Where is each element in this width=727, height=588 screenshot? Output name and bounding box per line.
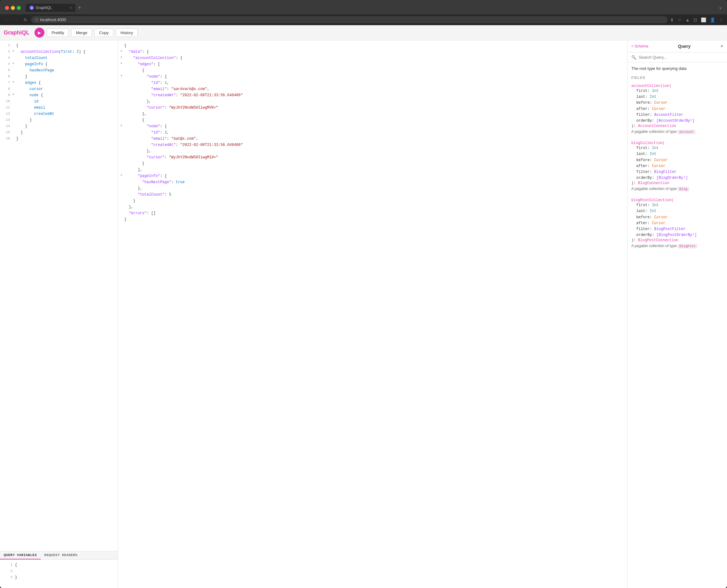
return-type[interactable]: BlogConnection: [638, 181, 669, 185]
param-type[interactable]: [BlogPostOrderBy!]: [657, 233, 697, 237]
query-editor[interactable]: 1{2▼ accountCollection(first: 2) {3 tota…: [0, 40, 118, 551]
fold-arrow[interactable]: ▼: [121, 74, 124, 78]
type-badge[interactable]: BlogPost: [678, 244, 697, 248]
param-type[interactable]: Cursor: [652, 107, 665, 111]
line-content: {: [15, 562, 113, 568]
fold-arrow[interactable]: ▼: [121, 49, 124, 54]
line-number: 1: [2, 43, 10, 48]
response-line: },: [118, 148, 627, 154]
minimize-button[interactable]: [11, 6, 15, 10]
param-type[interactable]: Int: [652, 146, 659, 150]
field-description: A pagable collection of type BlogPost: [631, 244, 723, 248]
response-line: "hasNextPage": true: [118, 180, 627, 186]
line-content: }: [16, 136, 115, 142]
type-badge[interactable]: Account: [678, 130, 695, 134]
back-button[interactable]: ←: [4, 17, 11, 23]
line-content: "node": {: [124, 124, 625, 129]
param-type[interactable]: AccountFilter: [654, 113, 684, 117]
fold-arrow[interactable]: ▼: [13, 49, 16, 54]
fold-arrow[interactable]: ▼: [121, 124, 124, 128]
type-badge[interactable]: Blog: [678, 187, 689, 191]
traffic-lights: [5, 6, 21, 10]
line-content: "id": 1,: [124, 80, 625, 86]
response-line: }: [118, 198, 627, 204]
param-type[interactable]: Cursor: [654, 101, 668, 105]
param-type[interactable]: [BlogOrderBy!]: [657, 176, 688, 180]
response-line: },: [118, 186, 627, 192]
response-line: },: [118, 204, 627, 210]
line-content: "email": "bat@x.com",: [124, 136, 625, 142]
menu-icon[interactable]: ⋮: [719, 17, 723, 22]
tab-bar: G GraphiQL × +: [26, 4, 716, 12]
field-param: after: Cursor: [631, 106, 723, 112]
extension-icon[interactable]: ▲: [685, 17, 690, 22]
schema-description: The root type for querying data: [631, 66, 723, 71]
line-number: 15: [2, 130, 10, 135]
fold-arrow[interactable]: ▼: [121, 55, 124, 60]
param-type[interactable]: Cursor: [652, 164, 665, 168]
param-type[interactable]: Int: [652, 89, 659, 93]
merge-button[interactable]: Merge: [71, 28, 92, 37]
prettify-button[interactable]: Prettify: [47, 28, 69, 37]
address-bar: ← → ↻ ⓘ localhost:4000 ⬆ ☆ ▲ ⊡ ⬜ 👤 ⋮: [0, 14, 727, 25]
forward-button[interactable]: →: [13, 17, 20, 23]
refresh-button[interactable]: ↻: [22, 17, 28, 23]
param-type[interactable]: Cursor: [654, 215, 668, 219]
share-icon[interactable]: ⬆: [670, 17, 674, 22]
param-type[interactable]: Int: [652, 203, 659, 207]
param-type[interactable]: BlogFilter: [654, 170, 676, 174]
line-content: "email": "aardvark@x.com",: [124, 86, 625, 92]
close-button[interactable]: [5, 6, 9, 10]
sidebar-icon[interactable]: ⬜: [701, 17, 706, 22]
tab-query-variables[interactable]: QUERY VARIABLES: [0, 551, 41, 560]
param-type[interactable]: Int: [650, 152, 657, 156]
param-type[interactable]: Cursor: [654, 158, 668, 162]
param-type[interactable]: Cursor: [652, 221, 665, 225]
line-content: {: [124, 117, 625, 123]
history-button[interactable]: History: [116, 28, 138, 37]
field-name[interactable]: accountCollection(: [631, 84, 672, 88]
run-button[interactable]: ▶: [35, 28, 44, 38]
bookmark-icon[interactable]: ☆: [678, 17, 682, 22]
var-line: 1{: [2, 562, 115, 568]
fold-arrow[interactable]: ▼: [13, 61, 16, 66]
copy-button[interactable]: Copy: [95, 28, 113, 37]
param-type[interactable]: Int: [650, 95, 657, 99]
schema-back-button[interactable]: < Schema: [631, 44, 648, 48]
active-tab[interactable]: G GraphiQL ×: [26, 4, 76, 12]
maximize-button[interactable]: [17, 6, 21, 10]
return-type[interactable]: AccountConnection: [638, 124, 676, 128]
field-description: A pagable collection of type Blog: [631, 187, 723, 191]
graphiql-app: GraphiQL ▶ Prettify Merge Copy History 1…: [0, 25, 727, 588]
line-content: }: [124, 161, 625, 167]
fold-arrow[interactable]: ▼: [121, 61, 124, 66]
address-field[interactable]: ⓘ localhost:4000: [31, 16, 668, 23]
fold-arrow[interactable]: ▼: [13, 92, 16, 97]
field-name[interactable]: blogCollection(: [631, 141, 665, 145]
param-type[interactable]: BlogPostFilter: [654, 227, 686, 231]
schema-close-button[interactable]: ×: [721, 43, 723, 49]
line-number: 2: [5, 568, 13, 574]
field-description: A pagable collection of type Account: [631, 129, 723, 134]
fold-arrow[interactable]: ▼: [13, 80, 16, 84]
schema-fields-label: FIELDS: [631, 76, 723, 80]
field-name[interactable]: blogPostCollection(: [631, 198, 674, 203]
tab-request-headers[interactable]: REQUEST HEADERS: [41, 551, 81, 560]
line-content: "pageInfo": {: [124, 173, 625, 179]
profile-icon[interactable]: 👤: [710, 17, 715, 22]
param-type[interactable]: Int: [650, 209, 657, 213]
field-param: first: Int: [631, 145, 723, 151]
field-param: after: Cursor: [631, 220, 723, 226]
line-number: 10: [2, 99, 10, 104]
fold-arrow[interactable]: ▼: [121, 173, 124, 177]
variables-editor[interactable]: 1{23}: [0, 560, 118, 583]
line-content: edges {: [16, 80, 115, 86]
tab-close-icon[interactable]: ×: [70, 6, 72, 9]
browser-actions: ⬆ ☆ ▲ ⊡ ⬜ 👤 ⋮: [670, 17, 723, 22]
split-icon[interactable]: ⊡: [693, 17, 697, 22]
schema-search-input[interactable]: [639, 55, 723, 60]
new-tab-button[interactable]: +: [76, 5, 84, 11]
return-type[interactable]: BlogPostConnection: [638, 238, 679, 243]
response-line: "cursor": "WyJhY2NvdW50IiwgMl0=": [118, 154, 627, 161]
param-type[interactable]: [AccountOrderBy!]: [657, 119, 694, 123]
